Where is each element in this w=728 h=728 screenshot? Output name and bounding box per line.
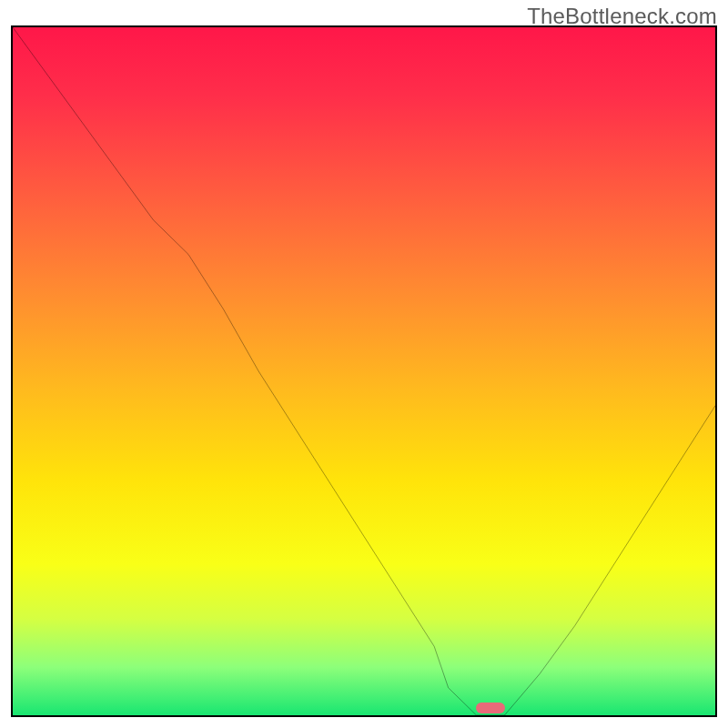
chart-container: TheBottleneck.com [0, 0, 728, 728]
plot-area [11, 25, 717, 717]
bottleneck-curve [13, 27, 715, 715]
optimal-point-marker [476, 703, 505, 713]
